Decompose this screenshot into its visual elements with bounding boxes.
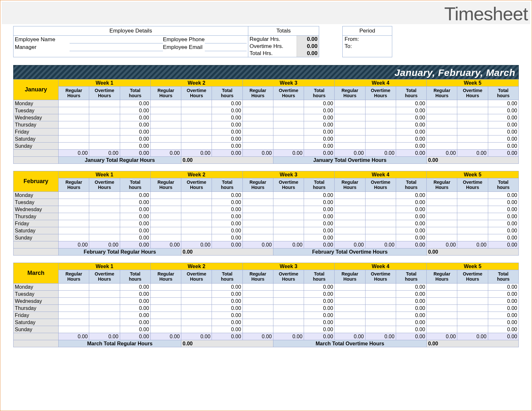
hours-cell[interactable] [365,199,396,206]
hours-cell[interactable] [457,121,488,128]
hours-cell[interactable] [457,107,488,114]
hours-cell[interactable] [335,206,365,213]
hours-cell[interactable] [59,121,89,128]
hours-cell[interactable] [242,319,273,326]
hours-cell[interactable] [242,100,273,107]
hours-cell[interactable] [335,192,365,199]
hours-cell[interactable] [242,305,273,312]
hours-cell[interactable] [242,312,273,319]
hours-cell[interactable] [335,213,365,220]
hours-cell[interactable] [150,199,181,206]
hours-cell[interactable] [89,107,120,114]
hours-cell[interactable] [335,114,365,121]
hours-cell[interactable] [150,291,181,298]
hours-cell[interactable] [457,305,488,312]
hours-cell[interactable] [242,128,273,135]
hours-cell[interactable] [427,143,457,150]
hours-cell[interactable] [427,107,457,114]
hours-cell[interactable] [365,326,396,333]
hours-cell[interactable] [365,319,396,326]
hours-cell[interactable] [89,298,120,305]
hours-cell[interactable] [335,284,365,291]
hours-cell[interactable] [181,319,212,326]
hours-cell[interactable] [427,114,457,121]
hours-cell[interactable] [427,213,457,220]
hours-cell[interactable] [273,199,304,206]
hours-cell[interactable] [242,107,273,114]
hours-cell[interactable] [181,234,212,241]
hours-cell[interactable] [89,199,120,206]
hours-cell[interactable] [181,192,212,199]
hours-cell[interactable] [59,128,89,135]
hours-cell[interactable] [365,143,396,150]
hours-cell[interactable] [89,319,120,326]
hours-cell[interactable] [181,135,212,143]
hours-cell[interactable] [181,305,212,312]
hours-cell[interactable] [59,227,89,234]
hours-cell[interactable] [181,143,212,150]
hours-cell[interactable] [242,206,273,213]
hours-cell[interactable] [273,234,304,241]
hours-cell[interactable] [457,114,488,121]
hours-cell[interactable] [150,135,181,143]
hours-cell[interactable] [427,291,457,298]
hours-cell[interactable] [427,312,457,319]
hours-cell[interactable] [89,213,120,220]
hours-cell[interactable] [59,319,89,326]
hours-cell[interactable] [150,305,181,312]
hours-cell[interactable] [427,305,457,312]
hours-cell[interactable] [242,213,273,220]
hours-cell[interactable] [335,128,365,135]
hours-cell[interactable] [273,298,304,305]
hours-cell[interactable] [242,326,273,333]
hours-cell[interactable] [457,284,488,291]
hours-cell[interactable] [181,291,212,298]
hours-cell[interactable] [89,227,120,234]
hours-cell[interactable] [427,135,457,143]
hours-cell[interactable] [273,206,304,213]
hours-cell[interactable] [457,220,488,227]
hours-cell[interactable] [89,305,120,312]
hours-cell[interactable] [365,312,396,319]
hours-cell[interactable] [59,220,89,227]
hours-cell[interactable] [242,298,273,305]
hours-cell[interactable] [335,326,365,333]
hours-cell[interactable] [427,319,457,326]
hours-cell[interactable] [59,114,89,121]
hours-cell[interactable] [457,234,488,241]
hours-cell[interactable] [335,135,365,143]
hours-cell[interactable] [150,143,181,150]
hours-cell[interactable] [335,143,365,150]
hours-cell[interactable] [427,192,457,199]
hours-cell[interactable] [181,298,212,305]
hours-cell[interactable] [427,206,457,213]
hours-cell[interactable] [59,312,89,319]
hours-cell[interactable] [273,114,304,121]
hours-cell[interactable] [457,143,488,150]
hours-cell[interactable] [273,291,304,298]
hours-cell[interactable] [273,143,304,150]
hours-cell[interactable] [365,121,396,128]
hours-cell[interactable] [427,100,457,107]
hours-cell[interactable] [181,206,212,213]
hours-cell[interactable] [365,227,396,234]
hours-cell[interactable] [365,291,396,298]
hours-cell[interactable] [365,284,396,291]
employee-phone-input[interactable] [205,36,247,43]
hours-cell[interactable] [365,305,396,312]
hours-cell[interactable] [150,234,181,241]
hours-cell[interactable] [59,199,89,206]
hours-cell[interactable] [335,298,365,305]
hours-cell[interactable] [181,213,212,220]
hours-cell[interactable] [181,107,212,114]
hours-cell[interactable] [59,107,89,114]
hours-cell[interactable] [273,305,304,312]
hours-cell[interactable] [150,121,181,128]
hours-cell[interactable] [150,128,181,135]
hours-cell[interactable] [273,128,304,135]
hours-cell[interactable] [59,192,89,199]
hours-cell[interactable] [427,121,457,128]
hours-cell[interactable] [457,298,488,305]
hours-cell[interactable] [365,213,396,220]
hours-cell[interactable] [59,206,89,213]
